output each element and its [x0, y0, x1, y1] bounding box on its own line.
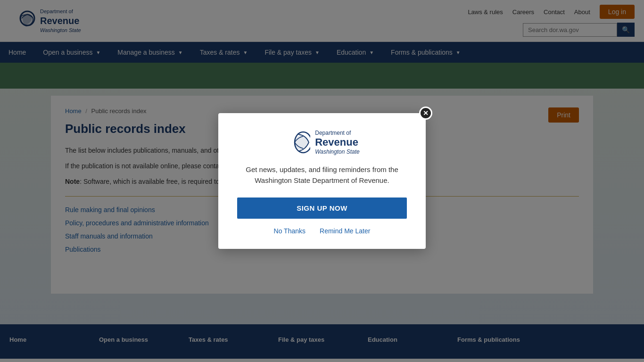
modal-close-button[interactable]: ✕ — [419, 107, 432, 120]
modal-signup-button[interactable]: SIGN UP NOW — [237, 197, 407, 219]
modal-logo-icon — [284, 131, 310, 154]
modal-dialog: ✕ Department of Revenue Washington State… — [218, 113, 426, 249]
modal-overlay: ✕ Department of Revenue Washington State… — [0, 0, 644, 359]
modal-logo-text: Department of Revenue Washington State — [315, 130, 360, 155]
modal-remind-later-link[interactable]: Remind Me Later — [320, 227, 370, 235]
modal-links: No Thanks Remind Me Later — [237, 227, 407, 235]
modal-description: Get news, updates, and filing reminders … — [237, 165, 407, 186]
modal-no-thanks-link[interactable]: No Thanks — [274, 227, 305, 235]
modal-logo: Department of Revenue Washington State — [237, 130, 407, 155]
